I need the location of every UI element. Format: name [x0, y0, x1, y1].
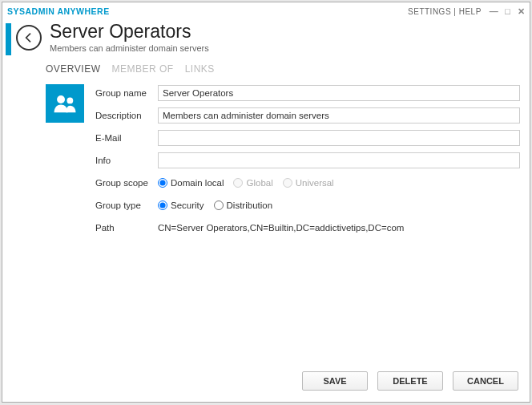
svg-point-0: [57, 95, 65, 103]
path-value: CN=Server Operators,CN=Builtin,DC=addict…: [158, 223, 520, 233]
label-info: Info: [95, 156, 158, 165]
email-input[interactable]: [158, 130, 520, 146]
group-scope-radios: Domain local Global Universal: [158, 178, 334, 188]
info-input[interactable]: [158, 152, 520, 168]
radio-universal[interactable]: Universal: [283, 178, 334, 188]
page-subtitle: Members can administer domain servers: [50, 43, 209, 53]
tab-links[interactable]: LINKS: [185, 63, 215, 75]
titlebar: SYSADMIN ANYWHERE SETTINGS | HELP — □ ✕: [2, 2, 530, 20]
group-icon: [51, 90, 79, 117]
app-name: SYSADMIN ANYWHERE: [7, 6, 110, 16]
cancel-button[interactable]: CANCEL: [453, 371, 518, 391]
radio-global[interactable]: Global: [233, 178, 272, 188]
tab-overview[interactable]: OVERVIEW: [46, 63, 100, 75]
radio-domain-local[interactable]: Domain local: [158, 178, 224, 188]
tab-member-of[interactable]: MEMBER OF: [111, 63, 173, 75]
delete-button[interactable]: DELETE: [377, 371, 443, 391]
titlebar-links[interactable]: SETTINGS | HELP: [408, 7, 482, 16]
radio-security[interactable]: Security: [158, 200, 204, 210]
header-text: Server Operators Members can administer …: [50, 22, 209, 53]
maximize-icon[interactable]: □: [505, 6, 510, 17]
radio-distribution[interactable]: Distribution: [214, 200, 273, 210]
accent-bar: [6, 23, 11, 55]
label-group-type: Group type: [95, 200, 158, 210]
back-button[interactable]: [16, 25, 42, 51]
footer-buttons: SAVE DELETE CANCEL: [2, 371, 530, 402]
label-group-name: Group name: [95, 88, 158, 98]
minimize-icon[interactable]: —: [490, 6, 499, 17]
app-window: SYSADMIN ANYWHERE SETTINGS | HELP — □ ✕ …: [2, 2, 530, 403]
group-type-radios: Security Distribution: [158, 200, 272, 210]
label-email: E-Mail: [95, 133, 158, 143]
group-name-input[interactable]: [158, 85, 520, 101]
close-icon[interactable]: ✕: [518, 6, 526, 17]
tabs: OVERVIEW MEMBER OF LINKS: [2, 60, 530, 83]
label-path: Path: [95, 223, 158, 233]
content-area: Group name Description E-Mail Info Group…: [2, 83, 530, 371]
page-title: Server Operators: [50, 22, 209, 42]
header: Server Operators Members can administer …: [2, 20, 530, 60]
label-description: Description: [95, 111, 158, 120]
group-avatar: [46, 84, 84, 123]
window-controls: — □ ✕: [490, 6, 525, 17]
svg-point-1: [66, 98, 73, 104]
description-input[interactable]: [158, 107, 520, 124]
save-button[interactable]: SAVE: [302, 371, 368, 391]
back-arrow-icon: [22, 31, 35, 44]
form: Group name Description E-Mail Info Group…: [95, 84, 520, 371]
label-group-scope: Group scope: [95, 178, 158, 188]
